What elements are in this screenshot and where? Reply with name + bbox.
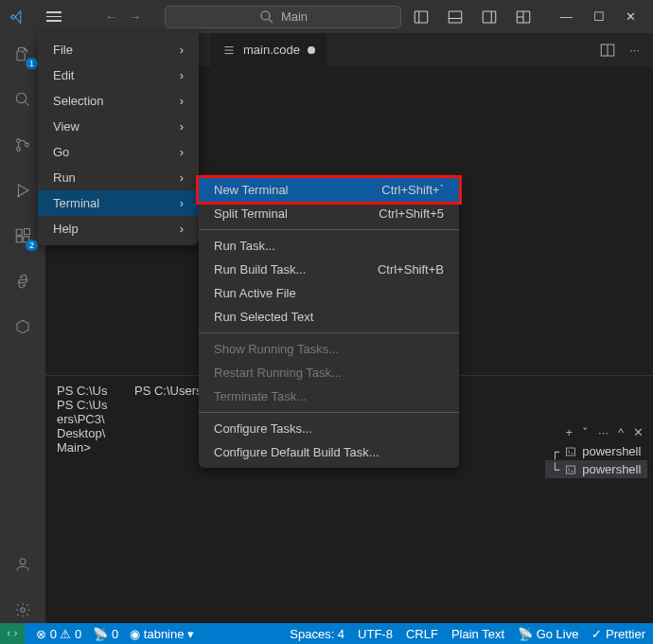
menu-file[interactable]: File› bbox=[38, 37, 199, 63]
status-golive[interactable]: 📡 Go Live bbox=[518, 627, 578, 641]
nav-arrows: ← → bbox=[105, 9, 141, 24]
terminal-icon bbox=[565, 446, 576, 457]
status-encoding[interactable]: UTF-8 bbox=[358, 627, 393, 641]
submenu-run-active-file[interactable]: Run Active File bbox=[199, 281, 459, 305]
menu-selection[interactable]: Selection› bbox=[38, 88, 199, 114]
svg-point-16 bbox=[20, 559, 26, 564]
submenu-split-terminal[interactable]: Split TerminalCtrl+Shift+5 bbox=[199, 202, 459, 225]
command-center[interactable]: Main bbox=[165, 6, 401, 28]
svg-rect-3 bbox=[483, 11, 496, 23]
menu-terminal[interactable]: Terminal› bbox=[38, 190, 199, 216]
submenu-terminate-task: Terminate Task... bbox=[199, 385, 459, 408]
maximize-panel-icon[interactable]: ^ bbox=[618, 425, 624, 439]
submenu-run-build-task[interactable]: Run Build Task...Ctrl+Shift+B bbox=[199, 258, 459, 281]
svg-rect-19 bbox=[567, 448, 575, 456]
status-ports[interactable]: 📡 0 bbox=[93, 627, 118, 641]
close-button[interactable]: ✕ bbox=[626, 9, 636, 24]
search-icon bbox=[258, 9, 275, 26]
submenu-run-selected-text[interactable]: Run Selected Text bbox=[199, 305, 459, 329]
menu-view[interactable]: View› bbox=[38, 114, 199, 139]
submenu-new-terminal[interactable]: New TerminalCtrl+Shift+` bbox=[199, 178, 459, 202]
menu-separator bbox=[199, 332, 459, 333]
split-editor-icon[interactable] bbox=[599, 42, 616, 59]
svg-point-0 bbox=[261, 11, 270, 20]
status-prettier[interactable]: ✓ Prettier bbox=[591, 627, 645, 641]
accounts-icon[interactable] bbox=[9, 551, 36, 578]
status-bar: ⊗ 0 ⚠ 0 📡 0 ◉ tabnine ▾ Spaces: 4 UTF-8 … bbox=[0, 623, 653, 644]
svg-rect-20 bbox=[567, 466, 575, 474]
hexagon-icon[interactable] bbox=[9, 313, 36, 340]
chevron-right-icon: › bbox=[180, 196, 184, 210]
layout-sidebar-right-icon[interactable] bbox=[481, 9, 498, 26]
tree-branch-icon: └ bbox=[551, 462, 559, 476]
submenu-configure-default-build-task[interactable]: Configure Default Build Task... bbox=[199, 440, 459, 464]
menu-separator bbox=[199, 229, 459, 230]
explorer-badge: 1 bbox=[26, 58, 38, 69]
chevron-right-icon: › bbox=[180, 222, 184, 236]
customize-layout-icon[interactable] bbox=[515, 9, 532, 26]
file-icon bbox=[222, 44, 236, 57]
svg-point-14 bbox=[21, 277, 23, 278]
status-errors[interactable]: ⊗ 0 ⚠ 0 bbox=[36, 627, 81, 641]
svg-point-8 bbox=[26, 143, 29, 147]
hamburger-menu-button[interactable] bbox=[41, 4, 67, 30]
search-activity-icon[interactable] bbox=[9, 86, 36, 113]
svg-rect-2 bbox=[449, 11, 462, 23]
more-icon[interactable]: ··· bbox=[629, 43, 640, 57]
unsaved-dot-icon bbox=[308, 46, 315, 54]
extensions-badge: 2 bbox=[26, 240, 38, 251]
layout-sidebar-left-icon[interactable] bbox=[413, 9, 430, 26]
tab-label: main.code bbox=[243, 43, 300, 57]
more-icon[interactable]: ··· bbox=[598, 425, 609, 439]
svg-rect-1 bbox=[415, 11, 428, 23]
terminal-shell-item[interactable]: └ powershell bbox=[545, 460, 647, 478]
terminal-submenu: New TerminalCtrl+Shift+` Split TerminalC… bbox=[199, 174, 459, 468]
forward-arrow-icon[interactable]: → bbox=[129, 9, 141, 24]
minimize-button[interactable]: — bbox=[560, 9, 573, 24]
back-arrow-icon[interactable]: ← bbox=[105, 9, 117, 24]
submenu-configure-tasks[interactable]: Configure Tasks... bbox=[199, 417, 459, 440]
submenu-show-running-tasks: Show Running Tasks... bbox=[199, 337, 459, 361]
status-tabnine[interactable]: ◉ tabnine ▾ bbox=[130, 627, 194, 641]
menu-edit[interactable]: Edit› bbox=[38, 63, 199, 88]
status-eol[interactable]: CRLF bbox=[406, 627, 438, 641]
menu-go[interactable]: Go› bbox=[38, 139, 199, 165]
svg-rect-10 bbox=[16, 229, 22, 235]
chevron-right-icon: › bbox=[180, 94, 184, 108]
explorer-icon[interactable]: 1 bbox=[9, 41, 36, 67]
terminal-shell-item[interactable]: ┌ powershell bbox=[545, 442, 647, 460]
chevron-right-icon: › bbox=[180, 119, 184, 134]
menu-help[interactable]: Help› bbox=[38, 216, 199, 242]
submenu-restart-running-task: Restart Running Task... bbox=[199, 361, 459, 385]
python-env-icon[interactable] bbox=[9, 268, 36, 295]
terminal-chevron-down-icon[interactable]: ˅ bbox=[582, 425, 589, 439]
chevron-right-icon: › bbox=[180, 68, 184, 82]
svg-point-6 bbox=[17, 139, 21, 143]
settings-gear-icon[interactable] bbox=[9, 597, 36, 623]
menu-run[interactable]: Run› bbox=[38, 165, 199, 190]
title-bar: ← → Main — ☐ ✕ bbox=[0, 0, 653, 33]
terminal-list: + ˅ ··· ^ ✕ ┌ powershell └ powershell bbox=[545, 422, 647, 478]
close-panel-icon[interactable]: ✕ bbox=[633, 425, 644, 439]
maximize-button[interactable]: ☐ bbox=[593, 9, 605, 24]
svg-rect-13 bbox=[25, 229, 30, 235]
source-control-icon[interactable] bbox=[9, 132, 36, 158]
svg-point-17 bbox=[21, 608, 26, 613]
status-spaces[interactable]: Spaces: 4 bbox=[290, 627, 344, 641]
terminal-wrapped-column: PS C:\Us PS C:\Us ers\PC3\ Desktop\ Main… bbox=[57, 384, 123, 616]
svg-point-15 bbox=[24, 285, 26, 287]
layout-panel-icon[interactable] bbox=[447, 9, 464, 26]
status-language[interactable]: Plain Text bbox=[451, 627, 504, 641]
chevron-right-icon: › bbox=[180, 145, 184, 159]
svg-rect-11 bbox=[16, 237, 22, 242]
terminal-icon bbox=[565, 464, 576, 475]
remote-indicator[interactable] bbox=[0, 623, 25, 644]
extensions-icon[interactable]: 2 bbox=[9, 223, 36, 249]
new-terminal-plus-icon[interactable]: + bbox=[565, 425, 573, 439]
chevron-right-icon: › bbox=[180, 170, 184, 185]
tab-main-code[interactable]: main.code bbox=[211, 33, 326, 66]
main-menu-dropdown: File› Edit› Selection› View› Go› Run› Te… bbox=[38, 33, 199, 245]
tree-branch-icon: ┌ bbox=[551, 444, 559, 458]
submenu-run-task[interactable]: Run Task... bbox=[199, 234, 459, 258]
run-debug-icon[interactable] bbox=[9, 177, 36, 204]
